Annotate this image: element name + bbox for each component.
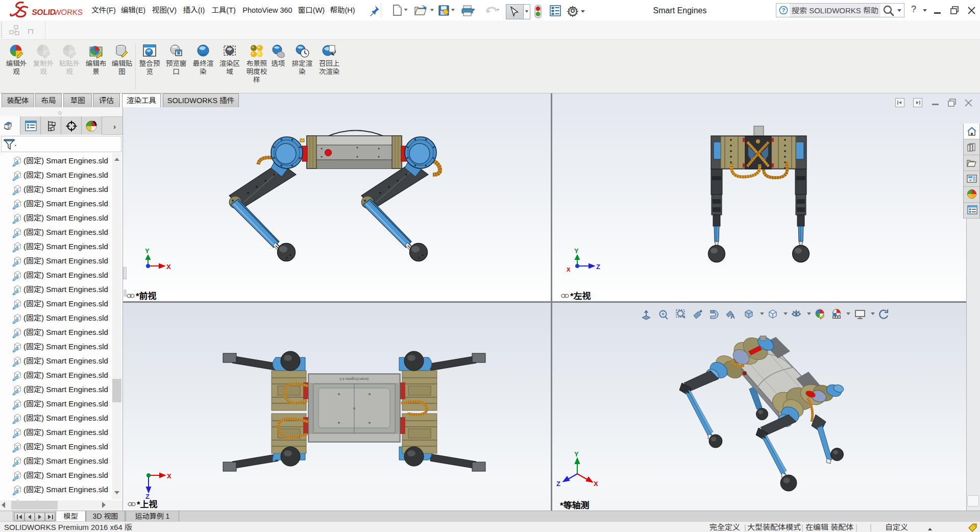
svg-text:X: X (594, 479, 598, 488)
svg-text:WORKS: WORKS (54, 8, 83, 16)
svg-text:X: X (166, 262, 171, 271)
svg-text:Y: Y (145, 247, 150, 255)
svg-text:X: X (567, 266, 571, 273)
svg-text:X: X (167, 472, 172, 480)
svg-text:A: A (730, 313, 735, 320)
svg-text:Z: Z (556, 479, 560, 488)
svg-text:Y: Y (574, 247, 579, 255)
svg-text:Y: Y (574, 450, 579, 458)
svg-text:Z: Z (596, 262, 600, 271)
svg-text:?: ? (781, 7, 785, 13)
svg-text:SOLID: SOLID (32, 8, 56, 16)
